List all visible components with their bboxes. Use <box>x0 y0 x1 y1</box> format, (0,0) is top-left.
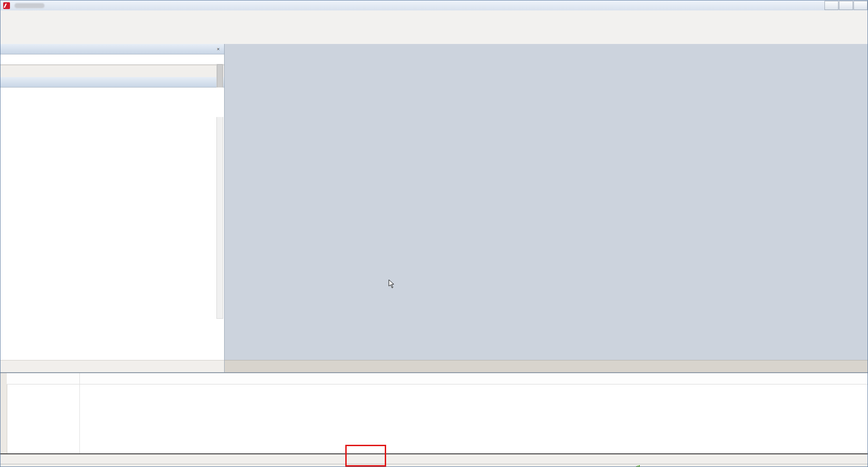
left-panel-column: × × <box>0 44 225 372</box>
navigator-tree <box>0 88 224 117</box>
menu-bar <box>0 10 868 20</box>
title-bar <box>0 0 868 11</box>
market-watch-tabs <box>0 65 224 77</box>
toolbar-standard <box>0 19 868 32</box>
navigator-header: × <box>0 77 224 88</box>
account-number-blur <box>15 3 44 8</box>
maximize-button[interactable] <box>839 1 853 10</box>
terminal-side-strip <box>0 373 7 467</box>
window-title <box>13 2 46 9</box>
market-watch-header: × <box>0 44 224 54</box>
close-button[interactable] <box>853 1 868 10</box>
journal-column-divider <box>79 373 80 453</box>
market-watch-column-header <box>0 54 224 65</box>
mouse-cursor <box>388 279 396 288</box>
mt4-logo-icon <box>3 2 10 9</box>
navigator-tabs <box>0 360 224 372</box>
terminal-panel <box>0 372 868 467</box>
minimize-button[interactable] <box>824 1 839 10</box>
market-watch-close-icon[interactable]: × <box>215 46 221 52</box>
status-bar <box>0 464 868 467</box>
mt4-terminal-window: × × <box>0 0 868 467</box>
toolbar-line-studies <box>0 31 868 44</box>
window-controls <box>824 1 868 10</box>
journal-header <box>7 373 868 384</box>
chart-workspace <box>225 44 868 360</box>
connection-bars-icon <box>635 465 640 467</box>
chart-tab-bar <box>225 360 868 372</box>
annotation-highlight-box <box>345 445 386 467</box>
